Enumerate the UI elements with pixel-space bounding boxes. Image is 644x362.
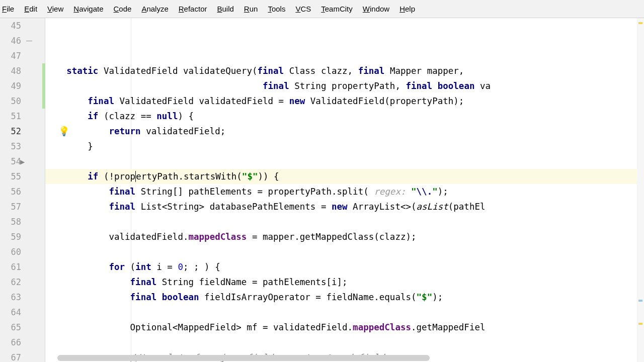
line-number[interactable]: 58 bbox=[0, 214, 24, 229]
code-line[interactable]: final String[] pathElements = propertyPa… bbox=[45, 184, 644, 199]
line-number[interactable]: 50 bbox=[0, 94, 24, 109]
code-line[interactable]: return validatedField; bbox=[45, 124, 644, 139]
line-number[interactable]: 46 bbox=[0, 33, 24, 48]
line-number[interactable]: 55 bbox=[0, 169, 24, 184]
code-line[interactable]: Optional<MappedField> mf = validatedFiel… bbox=[45, 320, 644, 335]
menu-build[interactable]: Build bbox=[212, 2, 238, 16]
menu-bar: FileEditViewNavigateCodeAnalyzeRefactorB… bbox=[0, 0, 644, 18]
code-line[interactable]: final List<String> databasePathElements … bbox=[45, 199, 644, 214]
line-number[interactable]: 65 bbox=[0, 320, 24, 335]
intention-bulb-icon[interactable]: 💡 bbox=[58, 126, 69, 137]
menu-analyze[interactable]: Analyze bbox=[136, 2, 173, 16]
code-line[interactable] bbox=[45, 305, 644, 320]
gutter: 4546474849505152535455565758596061626364… bbox=[0, 18, 45, 362]
line-number[interactable]: 52 bbox=[0, 124, 24, 139]
line-number[interactable]: 56 bbox=[0, 184, 24, 199]
error-stripe[interactable] bbox=[637, 18, 644, 362]
menu-vcs[interactable]: VCS bbox=[290, 2, 316, 16]
line-number[interactable]: 63 bbox=[0, 290, 24, 305]
text-caret bbox=[135, 171, 136, 182]
menu-navigate[interactable]: Navigate bbox=[68, 2, 108, 16]
line-number[interactable]: 64 bbox=[0, 305, 24, 320]
line-number[interactable]: 48 bbox=[0, 63, 24, 78]
menu-window[interactable]: Window bbox=[358, 2, 394, 16]
code-line[interactable] bbox=[45, 214, 644, 229]
line-number[interactable]: 67 bbox=[0, 350, 24, 362]
line-number[interactable]: 62 bbox=[0, 275, 24, 290]
menu-refactor[interactable]: Refactor bbox=[174, 2, 212, 16]
info-marker[interactable] bbox=[638, 300, 642, 302]
scrollbar-thumb[interactable] bbox=[57, 355, 430, 361]
code-line[interactable]: if (clazz == null) { bbox=[45, 109, 644, 124]
line-number[interactable]: 49 bbox=[0, 78, 24, 94]
menu-tools[interactable]: Tools bbox=[263, 2, 290, 16]
line-number[interactable]: 45 bbox=[0, 18, 24, 33]
code-line[interactable]: validatedField.mappedClass = mapper.getM… bbox=[45, 229, 644, 244]
menu-edit[interactable]: Edit bbox=[19, 2, 42, 16]
horizontal-scrollbar[interactable] bbox=[57, 355, 430, 361]
line-number[interactable]: 57 bbox=[0, 199, 24, 214]
editor: 4546474849505152535455565758596061626364… bbox=[0, 18, 644, 362]
line-number[interactable]: 66 bbox=[0, 335, 24, 350]
code-pane[interactable]: static ValidatedField validateQuery(fina… bbox=[45, 18, 644, 362]
line-number[interactable]: 59 bbox=[0, 229, 24, 244]
code-line[interactable] bbox=[45, 244, 644, 259]
code-line[interactable]: } bbox=[45, 139, 644, 154]
code-line[interactable]: final String fieldName = pathElements[i]… bbox=[45, 275, 644, 290]
menu-teamcity[interactable]: TeamCity bbox=[316, 2, 358, 16]
menu-run[interactable]: Run bbox=[239, 2, 263, 16]
line-number[interactable]: 60 bbox=[0, 244, 24, 259]
code-line[interactable] bbox=[45, 154, 644, 169]
line-number[interactable]: 51 bbox=[0, 109, 24, 124]
code-line[interactable]: final String propertyPath, final boolean… bbox=[45, 78, 644, 94]
line-number[interactable]: 53 bbox=[0, 139, 24, 154]
warning-marker[interactable] bbox=[638, 22, 642, 24]
code-line[interactable]: if (!propertyPath.startsWith("$")) { bbox=[45, 169, 644, 184]
menu-file[interactable]: File bbox=[2, 2, 19, 16]
code-line[interactable]: for (int i = 0; ; ) { bbox=[45, 259, 644, 275]
line-number[interactable]: 61 bbox=[0, 259, 24, 275]
fold-indicator-icon[interactable]: — bbox=[26, 37, 41, 44]
fold-arrow-icon[interactable]: ▶ bbox=[20, 158, 25, 165]
warning-marker[interactable] bbox=[638, 323, 642, 325]
code-line[interactable]: final boolean fieldIsArrayOperator = fie… bbox=[45, 290, 644, 305]
menu-view[interactable]: View bbox=[42, 2, 68, 16]
menu-code[interactable]: Code bbox=[109, 2, 137, 16]
code-line[interactable] bbox=[45, 335, 644, 350]
menu-help[interactable]: Help bbox=[394, 2, 420, 16]
code-line[interactable]: static ValidatedField validateQuery(fina… bbox=[45, 63, 644, 78]
line-number[interactable]: 47 bbox=[0, 48, 24, 63]
line-numbers: 4546474849505152535455565758596061626364… bbox=[0, 18, 24, 362]
code-line[interactable]: final ValidatedField validatedField = ne… bbox=[45, 94, 644, 109]
